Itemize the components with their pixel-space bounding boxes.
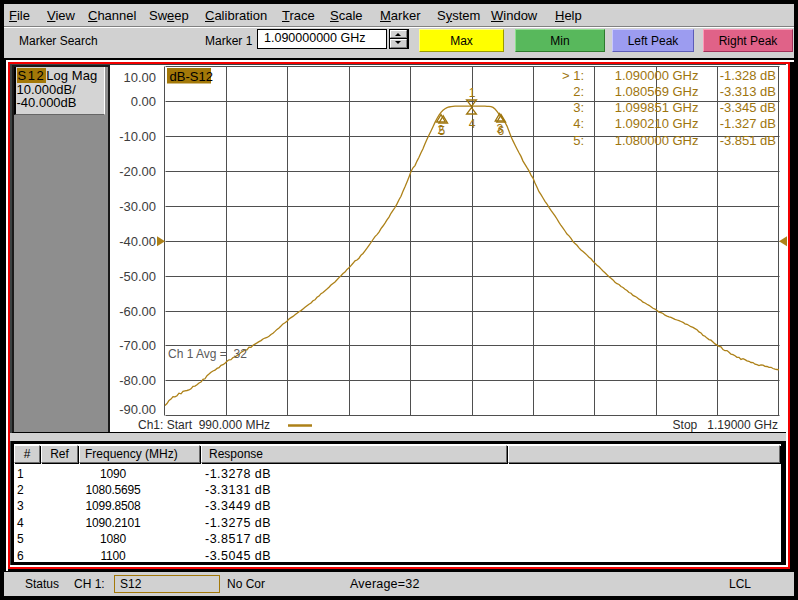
svg-text:1.099851 GHz: 1.099851 GHz bbox=[615, 100, 699, 115]
svg-text:dB-S12: dB-S12 bbox=[170, 69, 213, 84]
svg-text:-10.00: -10.00 bbox=[119, 129, 156, 144]
svg-text:-50.00: -50.00 bbox=[119, 269, 156, 284]
svg-text:Stop 1.19000 GHz: Stop 1.19000 GHz bbox=[673, 418, 778, 432]
svg-text:Ch1: Start 990.000 MHz: Ch1: Start 990.000 MHz bbox=[138, 418, 270, 432]
svg-text:> 1:: > 1: bbox=[562, 68, 584, 83]
svg-text:-3.313 dB: -3.313 dB bbox=[720, 84, 776, 99]
svg-text:-90.00: -90.00 bbox=[119, 402, 156, 417]
svg-text:-3.851 dB: -3.851 dB bbox=[720, 133, 776, 148]
svg-text:3:: 3: bbox=[573, 100, 584, 115]
svg-text:1.080000 GHz: 1.080000 GHz bbox=[615, 133, 699, 148]
svg-text:10.00: 10.00 bbox=[123, 70, 156, 85]
svg-text:6: 6 bbox=[498, 124, 505, 138]
svg-text:1: 1 bbox=[469, 86, 476, 100]
svg-text:-70.00: -70.00 bbox=[119, 338, 156, 353]
svg-text:1.090000 GHz: 1.090000 GHz bbox=[615, 68, 699, 83]
svg-text:Ch 1 Avg = 32: Ch 1 Avg = 32 bbox=[168, 347, 247, 361]
svg-text:-20.00: -20.00 bbox=[119, 164, 156, 179]
svg-text:-40.00: -40.00 bbox=[119, 234, 156, 249]
svg-text:0.00: 0.00 bbox=[131, 94, 156, 109]
svg-text:-1.327 dB: -1.327 dB bbox=[720, 116, 776, 131]
svg-text:-3.345 dB: -3.345 dB bbox=[720, 100, 776, 115]
svg-text:4:: 4: bbox=[573, 116, 584, 131]
svg-text:5: 5 bbox=[439, 124, 446, 138]
svg-text:4: 4 bbox=[469, 117, 476, 131]
svg-text:2:: 2: bbox=[573, 84, 584, 99]
svg-text:1.080569 GHz: 1.080569 GHz bbox=[615, 84, 699, 99]
svg-text:-30.00: -30.00 bbox=[119, 199, 156, 214]
svg-text:-80.00: -80.00 bbox=[119, 373, 156, 388]
svg-text:-1.328 dB: -1.328 dB bbox=[720, 68, 776, 83]
svg-text:1.090210 GHz: 1.090210 GHz bbox=[615, 116, 699, 131]
svg-text:-60.00: -60.00 bbox=[119, 304, 156, 319]
svg-text:5:: 5: bbox=[573, 133, 584, 148]
